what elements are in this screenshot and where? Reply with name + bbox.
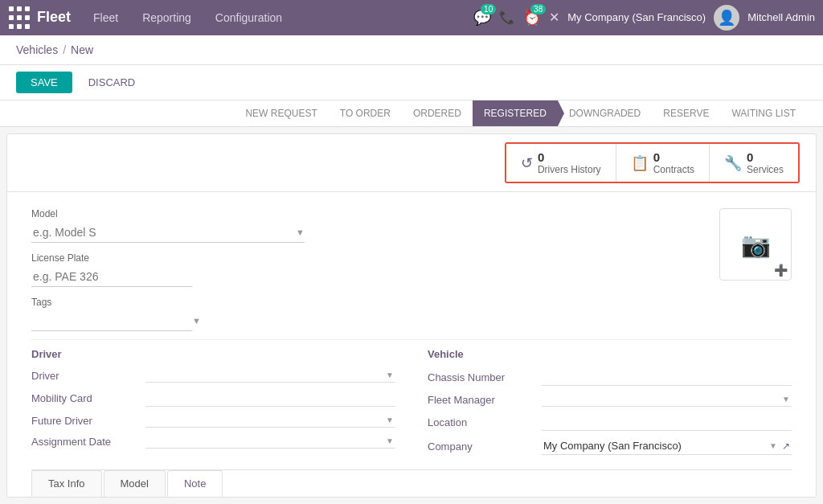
- photo-placeholder[interactable]: 📷 ➕: [719, 208, 792, 281]
- nav-links: Fleet Reporting Configuration: [82, 6, 469, 29]
- breadcrumb-sep: /: [63, 43, 66, 56]
- nav-fleet[interactable]: Fleet: [82, 6, 129, 29]
- location-input[interactable]: [542, 413, 792, 431]
- external-link-icon[interactable]: ↗: [782, 440, 790, 452]
- contracts-button[interactable]: 📋 0 Contracts: [616, 144, 710, 182]
- company-value: My Company (San Francisco): [543, 440, 764, 452]
- step-ordered[interactable]: ORDERED: [402, 100, 473, 127]
- drivers-history-count: 0: [538, 150, 601, 164]
- tags-input[interactable]: [31, 311, 192, 330]
- company-field: My Company (San Francisco) ▼ ↗: [542, 437, 792, 455]
- user-name: Mitchell Admin: [747, 11, 815, 23]
- step-to-order[interactable]: TO ORDER: [329, 100, 402, 127]
- photo-add-icon: ➕: [774, 264, 788, 277]
- company-label: Company: [428, 440, 532, 453]
- apps-icon[interactable]: [8, 6, 32, 30]
- company-dropdown-icon: ▼: [769, 441, 777, 450]
- model-label: Model: [31, 208, 719, 219]
- services-button[interactable]: 🔧 0 Services: [710, 144, 798, 182]
- clock-badge: 38: [530, 4, 546, 14]
- step-new-request[interactable]: NEW REQUEST: [234, 100, 328, 127]
- assignment-date-select[interactable]: ▼: [145, 434, 395, 449]
- chassis-row: Chassis Number: [428, 368, 792, 386]
- fleet-manager-select[interactable]: ▼: [542, 392, 792, 407]
- assignment-date-label: Assignment Date: [31, 436, 136, 448]
- services-icon: 🔧: [724, 154, 742, 172]
- form-body: Model ▼ License Plate Tags: [7, 192, 816, 498]
- driver-select[interactable]: ▼: [145, 368, 395, 383]
- main-content: ↺ 0 Drivers History 📋 0 Contracts 🔧: [6, 133, 817, 498]
- vehicle-section-title: Vehicle: [428, 348, 792, 360]
- brand-logo[interactable]: Fleet: [37, 9, 71, 26]
- company-name: My Company (San Francisco): [567, 11, 706, 23]
- location-label: Location: [428, 416, 532, 428]
- step-waiting-list[interactable]: WAITING LIST: [720, 100, 807, 127]
- driver-column: Driver Driver ▼ Mobility Card Future Dri: [31, 348, 395, 461]
- chat-icon-badge[interactable]: 💬 10: [473, 9, 491, 27]
- model-group: Model ▼: [31, 208, 719, 243]
- divider-1: [31, 339, 792, 340]
- future-driver-row: Future Driver ▼: [31, 413, 395, 428]
- company-row: Company My Company (San Francisco) ▼ ↗: [428, 437, 792, 455]
- tags-dropdown-icon: ▼: [192, 316, 201, 326]
- top-nav: Fleet Fleet Reporting Configuration 💬 10…: [0, 0, 823, 35]
- model-input[interactable]: [31, 223, 296, 242]
- nav-reporting[interactable]: Reporting: [131, 6, 203, 29]
- contracts-label: Contracts: [653, 164, 694, 175]
- license-input[interactable]: [31, 267, 192, 287]
- history-icon: ↺: [521, 154, 533, 172]
- page-wrapper: Fleet Fleet Reporting Configuration 💬 10…: [0, 0, 823, 504]
- tab-tax-info[interactable]: Tax Info: [31, 470, 102, 498]
- smart-buttons-area: ↺ 0 Drivers History 📋 0 Contracts 🔧: [7, 134, 816, 192]
- chassis-input[interactable]: [542, 368, 792, 386]
- smart-btn-group: ↺ 0 Drivers History 📋 0 Contracts 🔧: [505, 142, 800, 183]
- fleet-manager-row: Fleet Manager ▼: [428, 392, 792, 407]
- location-row: Location: [428, 413, 792, 431]
- fleet-manager-dropdown-icon: ▼: [782, 395, 790, 404]
- fleet-manager-label: Fleet Manager: [428, 394, 532, 406]
- breadcrumb-parent[interactable]: Vehicles: [16, 43, 58, 56]
- driver-dropdown-icon: ▼: [386, 371, 394, 379]
- status-bar: NEW REQUEST TO ORDER ORDERED REGISTERED …: [0, 100, 823, 127]
- form-tabs: Tax Info Model Note: [31, 469, 792, 498]
- vehicle-column: Vehicle Chassis Number Fleet Manager ▼ L: [428, 348, 792, 461]
- drivers-history-label: Drivers History: [538, 164, 601, 175]
- step-registered[interactable]: REGISTERED: [473, 100, 558, 127]
- nav-configuration[interactable]: Configuration: [204, 6, 293, 29]
- phone-icon[interactable]: 📞: [499, 10, 515, 25]
- driver-field-row: Driver ▼: [31, 368, 395, 383]
- chassis-label: Chassis Number: [428, 371, 532, 383]
- driver-vehicle-columns: Driver Driver ▼ Mobility Card Future Dri: [31, 348, 792, 461]
- tab-model[interactable]: Model: [104, 470, 166, 498]
- breadcrumb: Vehicles / New: [0, 35, 823, 65]
- step-downgraded[interactable]: DOWNGRADED: [558, 100, 652, 127]
- mobility-label: Mobility Card: [31, 392, 136, 404]
- contracts-icon: 📋: [631, 154, 649, 172]
- driver-label: Driver: [31, 370, 136, 382]
- future-driver-select[interactable]: ▼: [145, 413, 395, 428]
- services-count: 0: [747, 150, 784, 164]
- close-icon[interactable]: ✕: [549, 10, 559, 25]
- clock-icon-badge[interactable]: ⏰ 38: [523, 9, 541, 27]
- drivers-history-button[interactable]: ↺ 0 Drivers History: [506, 144, 616, 182]
- driver-section-title: Driver: [31, 348, 395, 360]
- model-dropdown-icon: ▼: [296, 227, 305, 237]
- future-driver-dropdown-icon: ▼: [386, 416, 394, 424]
- discard-button[interactable]: DISCARD: [79, 72, 145, 93]
- save-button[interactable]: SAVE: [16, 72, 72, 93]
- contracts-count: 0: [653, 150, 694, 164]
- user-avatar[interactable]: 👤: [714, 5, 739, 31]
- nav-right: 💬 10 📞 ⏰ 38 ✕ My Company (San Francisco)…: [473, 5, 815, 31]
- license-group: License Plate: [31, 252, 719, 287]
- assignment-date-dropdown-icon: ▼: [386, 436, 394, 445]
- license-label: License Plate: [31, 252, 719, 264]
- mobility-input[interactable]: [145, 389, 395, 407]
- services-label: Services: [747, 164, 784, 175]
- step-reserve[interactable]: RESERVE: [652, 100, 720, 127]
- tab-note[interactable]: Note: [167, 470, 223, 498]
- mobility-card-row: Mobility Card: [31, 389, 395, 407]
- assignment-date-row: Assignment Date ▼: [31, 434, 395, 449]
- tags-group: Tags ▼: [31, 297, 719, 331]
- action-bar: SAVE DISCARD: [0, 65, 823, 100]
- chat-badge: 10: [481, 4, 496, 14]
